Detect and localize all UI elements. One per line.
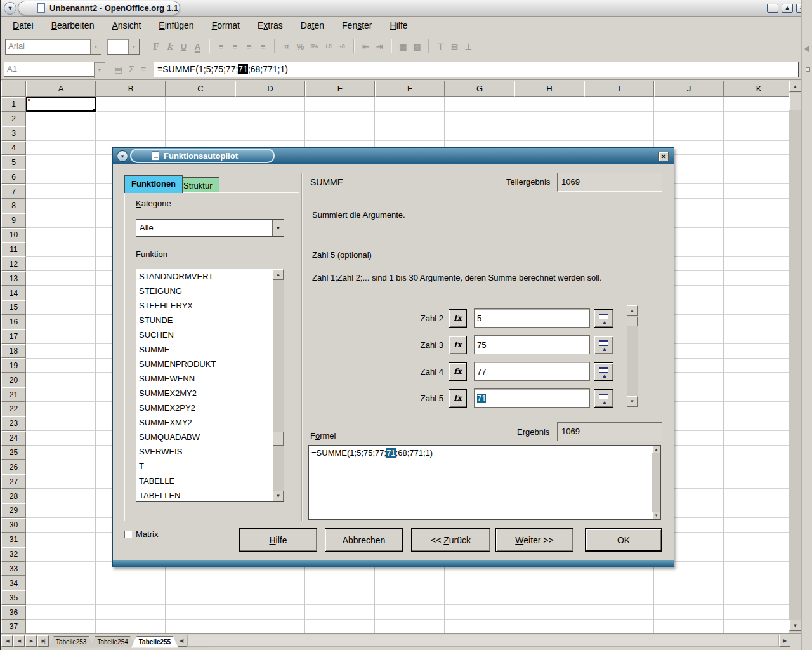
align-right-icon[interactable]: ≡ bbox=[242, 39, 256, 53]
row-header[interactable]: 8 bbox=[1, 199, 26, 213]
row-header[interactable]: 36 bbox=[1, 605, 26, 620]
fx-button[interactable]: fx bbox=[449, 389, 467, 408]
arg-input[interactable]: 71 bbox=[474, 388, 590, 408]
number-format-currency-icon[interactable]: ¤ bbox=[279, 39, 293, 53]
formula-input[interactable]: =SUMME(1;5;75;77;71;68;771;1) bbox=[154, 62, 799, 77]
column-header[interactable]: C bbox=[166, 81, 235, 97]
horizontal-scrollbar-track[interactable] bbox=[187, 635, 779, 647]
function-list-item[interactable]: STUNDE bbox=[136, 313, 273, 328]
function-list-item[interactable]: STFEHLERYX bbox=[136, 298, 273, 313]
menu-item-daten[interactable]: Daten bbox=[294, 19, 331, 32]
row-header[interactable]: 27 bbox=[1, 474, 26, 489]
row-header[interactable]: 28 bbox=[1, 489, 26, 503]
scroll-right-icon[interactable]: ▶ bbox=[779, 635, 790, 647]
select-all-corner[interactable] bbox=[1, 81, 26, 97]
italic-icon[interactable]: k bbox=[162, 39, 176, 53]
row-header[interactable]: 34 bbox=[1, 576, 26, 590]
window-menu-button[interactable]: ▼ bbox=[4, 2, 16, 15]
scroll-down-icon[interactable]: ▼ bbox=[652, 512, 660, 519]
increase-indent-icon[interactable]: ⇥ bbox=[372, 39, 386, 53]
menu-item-format[interactable]: Format bbox=[206, 19, 246, 32]
scroll-up-icon[interactable]: ▲ bbox=[652, 446, 660, 453]
column-header[interactable]: F bbox=[375, 81, 445, 97]
scroll-down-icon[interactable]: ▼ bbox=[627, 396, 638, 407]
vertical-scrollbar-thumb[interactable] bbox=[789, 93, 801, 110]
menu-item-einfuegen[interactable]: Einfügen bbox=[152, 19, 200, 32]
bold-icon[interactable]: F bbox=[148, 39, 162, 53]
font-size-combo[interactable]: ▼ bbox=[107, 39, 140, 55]
row-header[interactable]: 31 bbox=[1, 533, 26, 547]
function-list-item[interactable]: SUMMEWENN bbox=[136, 371, 273, 386]
menu-item-hilfe[interactable]: Hilfe bbox=[384, 19, 414, 32]
column-header[interactable]: J bbox=[654, 81, 724, 97]
menu-item-datei[interactable]: Datei bbox=[6, 19, 40, 32]
arg-input[interactable]: 5 bbox=[474, 308, 590, 328]
align-bottom-icon[interactable]: ⊥ bbox=[461, 39, 475, 53]
underline-icon[interactable]: U bbox=[176, 39, 190, 53]
row-header[interactable]: 11 bbox=[1, 242, 26, 257]
row-header[interactable]: 13 bbox=[1, 271, 26, 286]
scrollbar-thumb[interactable] bbox=[627, 317, 638, 326]
row-header[interactable]: 16 bbox=[1, 315, 26, 329]
fx-button[interactable]: fx bbox=[449, 309, 467, 328]
abbrechen-button[interactable]: Abbrechen bbox=[325, 528, 403, 552]
sheet-nav-next-button[interactable]: ▶ bbox=[25, 635, 37, 647]
row-header[interactable]: 30 bbox=[1, 518, 26, 533]
scroll-down-icon[interactable]: ▼ bbox=[273, 491, 284, 501]
minimize-button[interactable]: _ bbox=[767, 4, 778, 13]
menu-item-extras[interactable]: Extras bbox=[251, 19, 289, 32]
shrink-button[interactable] bbox=[594, 389, 613, 408]
row-header[interactable]: 19 bbox=[1, 358, 26, 373]
align-top-icon[interactable]: ⊤ bbox=[433, 39, 447, 53]
delete-decimal-icon[interactable]: -.0 bbox=[335, 39, 349, 53]
column-header[interactable]: K bbox=[724, 81, 789, 97]
zurueck-button[interactable]: << Zurück bbox=[411, 528, 490, 552]
row-header[interactable]: 9 bbox=[1, 213, 26, 228]
row-header[interactable]: 5 bbox=[1, 155, 26, 169]
row-header[interactable]: 37 bbox=[1, 620, 26, 633]
column-header[interactable]: G bbox=[445, 81, 514, 97]
equals-icon[interactable]: = bbox=[141, 64, 146, 74]
row-header[interactable]: 23 bbox=[1, 416, 26, 431]
function-list-item[interactable]: SUMMENPRODUKT bbox=[136, 357, 273, 371]
row-header[interactable]: 33 bbox=[1, 562, 26, 576]
function-list-item[interactable]: SVERWEIS bbox=[136, 444, 273, 459]
scroll-up-icon[interactable]: ▲ bbox=[627, 305, 638, 316]
maximize-button[interactable]: ▲ bbox=[782, 4, 793, 13]
row-header[interactable]: 6 bbox=[1, 169, 26, 184]
function-list-item[interactable]: SUMMEX2PY2 bbox=[136, 401, 273, 415]
row-header[interactable]: 22 bbox=[1, 402, 26, 416]
add-decimal-icon[interactable]: +.0 bbox=[321, 39, 335, 53]
row-header[interactable]: 12 bbox=[1, 256, 26, 271]
shrink-button[interactable] bbox=[594, 309, 613, 328]
scroll-up-icon[interactable]: ▲ bbox=[273, 269, 284, 280]
sheet-nav-prev-button[interactable]: ◀ bbox=[13, 635, 25, 647]
row-header[interactable]: 2 bbox=[1, 112, 26, 126]
column-header[interactable]: H bbox=[514, 81, 584, 97]
number-format-standard-icon[interactable]: $% bbox=[307, 39, 321, 53]
sheet-tab-tabelle253[interactable]: Tabelle253 bbox=[48, 636, 94, 648]
function-listbox[interactable]: STANDNORMVERTSTEIGUNGSTFEHLERYXSTUNDESUC… bbox=[136, 269, 284, 502]
row-header[interactable]: 10 bbox=[1, 228, 26, 242]
sum-icon[interactable]: Σ bbox=[129, 64, 134, 74]
function-list-item[interactable]: SUMME bbox=[136, 342, 273, 357]
row-header[interactable]: 15 bbox=[1, 300, 26, 315]
menu-item-fenster[interactable]: Fenster bbox=[336, 19, 378, 32]
chevron-down-icon[interactable]: ▼ bbox=[128, 39, 139, 54]
sheet-nav-first-button[interactable]: |◀ bbox=[1, 635, 13, 647]
function-list-scrollbar[interactable]: ▲ ▼ bbox=[273, 269, 284, 501]
scrollbar-thumb[interactable] bbox=[273, 432, 284, 446]
scroll-left-icon[interactable]: ◀ bbox=[176, 635, 187, 647]
shrink-button[interactable] bbox=[594, 362, 613, 381]
scroll-down-icon[interactable]: ▼ bbox=[789, 620, 801, 631]
column-header[interactable]: I bbox=[584, 81, 654, 97]
row-header[interactable]: 4 bbox=[1, 141, 26, 156]
function-list-item[interactable]: TABELLE bbox=[136, 474, 273, 488]
dialog-menu-button[interactable]: ▼ bbox=[117, 150, 128, 162]
weiter-button[interactable]: Weiter >> bbox=[495, 528, 573, 552]
borders-icon[interactable]: ▦ bbox=[396, 39, 410, 53]
row-header[interactable]: 32 bbox=[1, 547, 26, 562]
function-autopilot-icon[interactable]: ▤ bbox=[114, 64, 122, 74]
row-header[interactable]: 24 bbox=[1, 431, 26, 446]
shrink-button[interactable] bbox=[594, 336, 613, 354]
